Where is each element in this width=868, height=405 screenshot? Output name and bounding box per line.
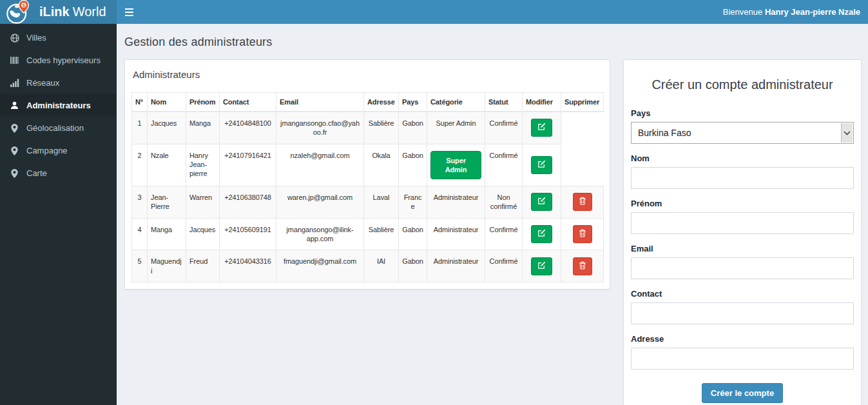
brand-logo[interactable]: $ iLinkWorld [0,0,117,24]
cell-contact: +24104848100 [220,112,276,144]
cell-supprimer [561,218,604,250]
delete-button[interactable] [573,225,592,243]
cell-categorie: Super Admin [427,112,485,144]
svg-text:$: $ [23,3,26,8]
table-row: 1JacquesManga+24104848100jmangansongo.cf… [132,112,604,144]
cell-prenom: Warren [186,186,220,219]
cell-pays: Gabon [399,112,427,144]
cell-prenom: Jacques [186,218,220,250]
cell-modifier [523,250,561,282]
pays-select[interactable]: Burkina Faso [631,122,854,144]
cell-categorie: Administrateur [427,250,485,282]
cell-modifier [523,186,561,219]
cell-modifier [523,218,561,250]
signal-bars-icon [10,79,19,87]
cell-email: nzaleh@gmail.com [276,144,364,186]
edit-icon [537,123,546,133]
page-title: Gestion des administrateurs [124,35,862,49]
table-row: 4MangaJacques+24105609191jmangansongo@il… [132,218,604,250]
column-header-num: N° [132,93,148,112]
cell-statut: Confirmé [485,144,523,186]
delete-button[interactable] [573,193,592,211]
brand-name: iLinkWorld [39,5,106,19]
pays-selected-value: Burkina Faso [632,123,691,143]
sidebar-item-geolocalisation[interactable]: Géolocalisation [0,117,117,139]
cell-nom: Maguendji [148,250,186,282]
create-admin-panel: Créer un compte administrateur PaysBurki… [623,59,862,405]
super-admin-badge[interactable]: Super Admin [430,151,481,180]
cell-statut: Confirmé [485,218,523,250]
pays-label: Pays [631,108,854,118]
cell-num: 2 [132,144,148,186]
sidebar-item-label: Géolocalisation [26,123,84,133]
column-header-modifier: Modifier [523,93,561,112]
cell-statut: Confirmé [485,112,523,144]
nom-input[interactable] [631,167,854,189]
email-input[interactable] [631,257,854,279]
cell-contact: +24107916421 [220,144,276,186]
cell-email: jmangansongo@ilink-app.com [276,218,364,250]
sidebar-item-carte[interactable]: Carte [0,162,117,184]
nom-label: Nom [631,153,854,163]
cell-categorie: Administrateur [427,218,485,250]
contact-input[interactable] [631,302,854,324]
create-account-button[interactable]: Créer le compte [702,383,783,403]
column-header-supprimer: Supprimer [561,93,604,112]
navbar: Bienvenue Hanry Jean-pierre Nzale [117,0,868,24]
column-header-pays: Pays [399,93,427,112]
administrators-panel: Administrateurs N°NomPrénomContactEmailA… [124,59,610,290]
table-row: 5MaguendjiFreud+24104043316fmaguendji@gm… [132,250,604,282]
edit-button[interactable] [531,225,552,243]
column-header-adresse: Adresse [364,93,399,112]
edit-icon [537,160,546,170]
cell-num: 4 [132,218,148,250]
sidebar-item-villes[interactable]: Villes [0,26,117,49]
cell-num: 5 [132,250,148,282]
table-body: 1JacquesManga+24104848100jmangansongo.cf… [132,112,604,282]
sidebar-toggle[interactable] [117,0,141,24]
column-header-statut: Statut [485,93,523,112]
edit-button[interactable] [531,257,552,275]
map-marker-icon [10,146,19,155]
cell-supprimer [561,250,604,282]
sidebar-item-label: Campagne [26,146,68,155]
ilink-globe-pin-logo-icon: $ [5,0,32,25]
sidebar-item-label: Carte [26,168,47,178]
main-content: Gestion des administrateurs Administrate… [117,24,868,405]
trash-icon [579,197,586,207]
edit-button[interactable] [531,119,552,137]
cell-contact: +24106380748 [220,186,276,219]
map-marker-icon [10,124,19,133]
cell-categorie: Administrateur [427,186,485,219]
cell-adresse: Laval [364,186,399,219]
cell-nom: Jacques [148,112,186,144]
adresse-input[interactable] [631,348,854,370]
sidebar-item-campagne[interactable]: Campagne [0,139,117,162]
cell-contact: +24104043316 [220,250,276,282]
column-header-categorie: Catégorie [427,93,485,112]
edit-button[interactable] [531,156,552,174]
cell-adresse: Sablière [364,218,399,250]
prenom-label: Prénom [631,199,854,208]
sidebar-item-administrateurs[interactable]: Administrateurs [0,94,117,117]
cell-supprimer [561,186,604,219]
hamburger-icon [125,8,133,10]
sidebar-item-label: Administrateurs [26,101,91,110]
field-prenom-group: Prénom [631,199,854,234]
cell-modifier [523,144,561,186]
table-row: 3Jean-PierreWarren+24106380748waren.jp@g… [132,186,604,219]
cell-adresse: Okala [364,144,399,186]
sidebar-item-reseaux[interactable]: Réseaux [0,72,117,94]
delete-button[interactable] [573,257,592,275]
barcode-icon [10,56,19,64]
prenom-input[interactable] [631,212,854,234]
cell-supprimer-empty [561,112,604,144]
sidebar-item-codes-hyperviseurs[interactable]: Codes hyperviseurs [0,49,117,72]
sidebar-item-label: Villes [26,33,46,43]
chevron-down-icon [841,123,853,143]
cell-nom: Jean-Pierre [148,186,186,219]
edit-button[interactable] [531,193,552,211]
contact-label: Contact [631,289,854,299]
sidebar-item-label: Codes hyperviseurs [26,55,101,65]
cell-email: fmaguendji@gmail.com [276,250,364,282]
